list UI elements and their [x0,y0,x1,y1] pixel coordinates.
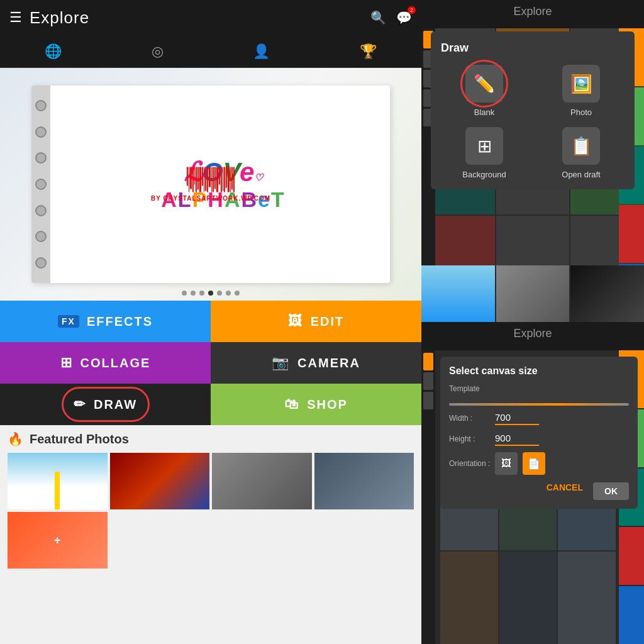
collage-icon: ⊞ [60,355,73,371]
photo-more[interactable]: + [8,512,108,569]
rt-icon-explore: Explore [513,5,552,23]
rb-bg-8 [499,552,557,644]
orientation-portrait-btn[interactable]: 📄 [523,452,545,475]
watermark: BY CRYSTALSARTWORK.WP.COM [151,167,270,202]
photo-4[interactable] [314,453,414,509]
rb-bg-7 [440,552,498,644]
dot-7[interactable] [235,291,240,296]
height-label: Height : [449,435,490,443]
strip-photo-4 [619,205,644,263]
draw-option-blank[interactable]: ✏️ Blank [441,65,528,117]
background-label: Background [462,170,506,179]
draw-dialog: Draw ✏️ Blank 🖼️ Photo [431,31,635,189]
alpha-t: T [271,187,286,211]
height-row: Height : [449,431,629,446]
dot-3[interactable] [199,291,204,296]
dot-2[interactable] [191,291,196,296]
fx-label: EFFECTS [87,314,153,329]
notification-icon[interactable]: 💬 2 [396,10,412,25]
right-top-panel: Explore Draw ✏️ [421,0,644,322]
photo-1[interactable] [8,453,108,509]
camera-button[interactable]: 📷 CAMERA [211,342,421,384]
featured-title: Featured Photos [30,432,129,447]
notification-badge: 2 [408,6,416,14]
right-bottom-side-strip [421,350,435,644]
right-bottom-panel: Explore Select canvas size Template Wi [421,322,644,644]
background-icon-box: ⊞ [465,127,503,165]
tab-global[interactable]: 🌐 [45,40,62,62]
template-label: Template [449,384,480,393]
tab-profile[interactable]: 👤 [253,40,270,62]
photo-icon: 🖼️ [570,74,592,94]
portrait-icon: 📄 [528,458,540,470]
fx-button[interactable]: FX EFFECTS [0,301,211,342]
blank-icon-box: ✏️ [465,65,503,103]
draw-circle-highlight [62,387,150,422]
menu-icon[interactable]: ☰ [9,9,22,26]
search-icon[interactable]: 🔍 [370,10,386,25]
photo-3[interactable] [212,453,312,509]
shop-label: SHOP [307,397,348,412]
draw-button[interactable]: ✏ DRAW [0,384,211,425]
featured-section: 🔥 Featured Photos + [0,425,421,575]
left-panel: ☰ Explore 🔍 💬 2 🌐 ◎ 👤 🏆 [0,0,421,644]
dot-1[interactable] [182,291,187,296]
width-row: Width : [449,411,629,425]
collage-button[interactable]: ⊞ COLLAGE [0,342,211,384]
watermark-text: BY CRYSTALSARTWORK.WP.COM [151,195,270,202]
rt-photo-2 [496,265,570,322]
featured-header: 🔥 Featured Photos [8,431,414,447]
blank-highlight-circle [460,60,508,108]
fx-icon: FX [58,315,79,328]
dot-6[interactable] [226,291,231,296]
canvas-actions: CANCEL OK [449,482,629,500]
hero-dots [182,291,240,296]
barcode [187,167,235,192]
shop-icon: 🛍 [284,396,299,413]
ok-button[interactable]: OK [593,482,629,500]
background-icon: ⊞ [477,136,492,157]
rb-strip-3[interactable] [423,392,433,409]
tab-discover[interactable]: ◎ [152,40,164,62]
right-top-photos-strip [421,265,644,322]
rt-photo-1 [421,265,495,322]
edit-label: EDIT [311,314,345,329]
template-bar[interactable] [449,403,629,406]
draw-option-open-draft[interactable]: 📋 Open draft [538,127,625,179]
open-draft-label: Open draft [562,170,600,179]
rb-explore-label: Explore [513,327,552,345]
shop-button[interactable]: 🛍 SHOP [211,384,421,425]
featured-icon: 🔥 [8,431,23,447]
page-title: Explore [30,8,370,28]
draw-option-photo[interactable]: 🖼️ Photo [538,65,625,117]
tab-trophy[interactable]: 🏆 [360,40,377,62]
rb-strip-photo-4 [619,527,644,585]
open-draft-icon-box: 📋 [562,127,600,165]
canvas-dialog-title: Select canvas size [449,365,629,377]
hero-image: ℒOVe♡ ALPHABeT [0,68,421,301]
draw-options-grid: ✏️ Blank 🖼️ Photo ⊞ Bac [441,65,625,179]
height-input[interactable] [495,431,539,446]
template-row: Template [449,384,629,397]
dot-5[interactable] [217,291,222,296]
dot-4[interactable] [208,291,213,296]
action-buttons: FX EFFECTS 🖼 EDIT ⊞ COLLAGE 📷 CAMERA ✏ D… [0,301,421,425]
orientation-icons: 🖼 📄 [495,452,545,475]
photo-label: Photo [570,108,592,117]
photo-grid: + [8,453,414,569]
cancel-button[interactable]: CANCEL [547,482,583,500]
edit-button[interactable]: 🖼 EDIT [211,301,421,342]
camera-label: CAMERA [297,356,360,370]
orientation-landscape-btn[interactable]: 🖼 [495,452,518,475]
rb-strip-photo-5 [619,586,644,644]
orientation-label: Orientation : [449,459,490,468]
hero-section: ℒOVe♡ ALPHABeT [0,68,421,301]
width-label: Width : [449,414,490,423]
photo-2[interactable] [110,453,210,509]
rb-strip-1[interactable] [423,353,433,370]
draw-option-background[interactable]: ⊞ Background [441,127,528,179]
rb-strip-2[interactable] [423,372,433,390]
width-input[interactable] [495,411,539,425]
app-header: ☰ Explore 🔍 💬 2 [0,0,421,35]
orientation-row: Orientation : 🖼 📄 [449,452,629,475]
